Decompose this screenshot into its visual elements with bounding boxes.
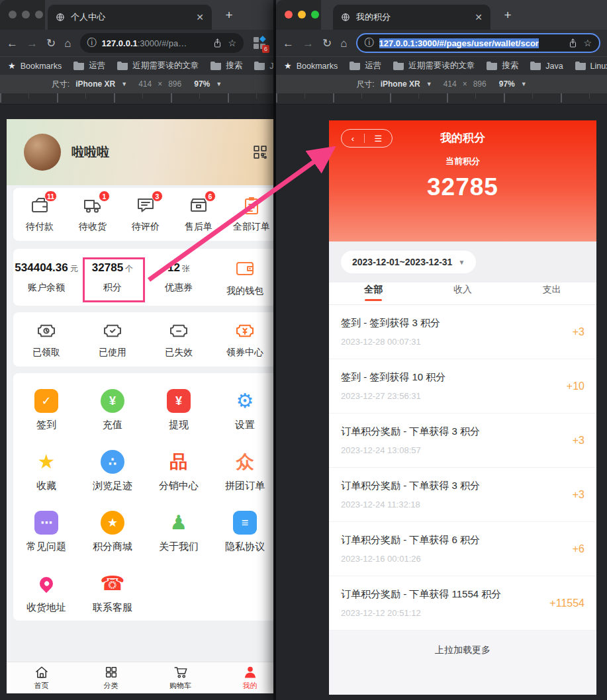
tab-我的[interactable]: 我的 [215, 662, 273, 693]
page-info-icon[interactable]: ⓘ [365, 37, 374, 49]
stat-2[interactable]: 12张优惠券 [146, 261, 212, 294]
bookmark-folder[interactable]: 运营 [73, 60, 105, 71]
feature-item[interactable]: ¥充值 [79, 389, 146, 450]
feature-item[interactable]: ⚙设置 [212, 389, 273, 450]
bookmark-folder[interactable]: Java [254, 62, 273, 71]
menu-icon[interactable]: ☰ [375, 134, 383, 144]
feature-item[interactable]: 收货地址 [13, 572, 79, 633]
home-button[interactable]: ⌂ [340, 38, 347, 49]
coupon-nav-2[interactable]: 已失效 [146, 321, 212, 359]
filter-tab[interactable]: 支出 [507, 283, 596, 304]
tab-close-icon[interactable]: ✕ [196, 12, 204, 22]
stat-3[interactable]: 我的钱包 [212, 258, 273, 297]
extension-badge: 6 [262, 45, 269, 53]
forward-button[interactable]: → [26, 38, 38, 49]
feature-item[interactable]: ★积分商城 [79, 511, 146, 572]
feature-item[interactable]: 品分销中心 [146, 450, 212, 511]
feature-item[interactable]: ≡隐私协议 [212, 511, 273, 572]
back-button[interactable]: ← [7, 38, 18, 49]
url-text[interactable]: 127.0.0.1:3000/#/pa… [102, 38, 208, 48]
reload-button[interactable]: ↻ [46, 38, 56, 49]
nav-capsule[interactable]: ‹ ☰ [341, 129, 393, 148]
order-nav-0[interactable]: 11待付款 [13, 196, 66, 233]
viewport-height[interactable]: 896 [168, 79, 181, 89]
bookmark-folder[interactable]: 近期需要读的文章 [393, 60, 475, 71]
transaction-row[interactable]: 订单积分奖励 - 下单获得 3 积分2023-12-24 11:32:18+3 [329, 468, 596, 522]
bookmark-star-icon[interactable]: ☆ [228, 38, 236, 48]
features-grid-card: ✓签到¥充值¥提现⚙设置★收藏∴浏览足迹品分销中心众拼团订单⋯常见问题★积分商城… [13, 373, 273, 621]
feature-item[interactable]: ☎联系客服 [79, 572, 146, 633]
close-window-button[interactable] [285, 11, 293, 19]
minimize-window-button[interactable] [298, 11, 306, 19]
home-button[interactable]: ⌂ [64, 38, 71, 49]
coupon-nav-0[interactable]: 已领取 [13, 321, 79, 359]
device-select[interactable]: iPhone XR [381, 79, 420, 89]
back-button[interactable]: ← [283, 38, 294, 49]
date-range-picker[interactable]: 2023-12-01~2023-12-31 ▼ [341, 251, 476, 273]
bookmark-folder[interactable]: 搜索 [487, 60, 518, 71]
feature-item[interactable]: ¥提现 [146, 389, 212, 450]
coupon-nav-3[interactable]: 领券中心 [212, 321, 273, 359]
traffic-lights[interactable] [9, 11, 43, 19]
zoom-select[interactable]: 97% [499, 79, 515, 89]
order-nav-1[interactable]: 1待收货 [66, 196, 119, 233]
url-text[interactable]: 127.0.0.1:3000/#/pages/user/wallet/scor [379, 38, 563, 48]
order-nav-3[interactable]: 6售后单 [172, 196, 225, 233]
minimize-window-button[interactable] [22, 11, 30, 19]
feature-item[interactable]: ✓签到 [13, 389, 79, 450]
share-icon[interactable] [568, 38, 578, 48]
bookmark-folder[interactable]: 近期需要读的文章 [117, 60, 199, 71]
transaction-row[interactable]: 签到 - 签到获得 10 积分2023-12-27 23:56:31+10 [329, 359, 596, 414]
bookmark-folder[interactable]: 运营 [350, 60, 381, 71]
page-info-icon[interactable]: ⓘ [87, 37, 97, 49]
extension-button[interactable]: 6 [252, 36, 267, 50]
browser-tab[interactable]: 我的积分 ✕ [333, 5, 490, 30]
traffic-lights[interactable] [285, 11, 319, 19]
tab-close-icon[interactable]: ✕ [475, 12, 483, 22]
tab-分类[interactable]: 分类 [76, 662, 146, 693]
transaction-time: 2023-12-16 00:01:26 [341, 554, 584, 564]
zoom-select[interactable]: 97% [194, 79, 210, 89]
address-bar[interactable]: ⓘ 127.0.0.1:3000/#/pa… ☆ [80, 33, 244, 53]
bookmark-root[interactable]: ★Bookmarks [8, 61, 62, 71]
viewport-width[interactable]: 414 [138, 79, 152, 89]
close-window-button[interactable] [9, 11, 17, 19]
zoom-window-button[interactable] [311, 11, 319, 19]
tab-首页[interactable]: 首页 [7, 662, 76, 693]
feature-item[interactable]: ⋯常见问题 [13, 511, 79, 572]
feature-item[interactable]: 众拼团订单 [212, 450, 273, 511]
bookmark-folder[interactable]: Linux [575, 62, 607, 71]
feature-item[interactable]: ♟关于我们 [146, 511, 212, 572]
zoom-window-button[interactable] [35, 11, 43, 19]
qr-code-icon[interactable] [253, 145, 267, 159]
transaction-row[interactable]: 订单积分奖励 - 下单获得 3 积分2023-12-24 13:08:57+3 [329, 414, 596, 468]
order-nav-4[interactable]: 全部订单 [225, 196, 273, 233]
forward-button[interactable]: → [303, 38, 314, 49]
bookmark-folder[interactable]: Java [530, 62, 563, 71]
transaction-row[interactable]: 订单积分奖励 - 下单获得 6 积分2023-12-16 00:01:26+6 [329, 522, 596, 576]
device-select[interactable]: iPhone XR [75, 79, 115, 89]
coupon-nav-1[interactable]: 已使用 [79, 321, 146, 359]
filter-tab[interactable]: 全部 [329, 283, 418, 304]
avatar[interactable] [24, 134, 61, 171]
feature-item[interactable]: ★收藏 [13, 450, 79, 511]
transaction-row[interactable]: 签到 - 签到获得 3 积分2023-12-28 00:07:31+3 [329, 305, 596, 359]
browser-tab[interactable]: 个人中心 ✕ [48, 5, 212, 30]
back-chevron-icon[interactable]: ‹ [351, 134, 354, 144]
stat-0[interactable]: 534404.36元账户余额 [13, 261, 79, 294]
filter-tab[interactable]: 收入 [418, 283, 508, 304]
bookmark-star-icon[interactable]: ☆ [583, 38, 592, 48]
feature-item[interactable]: ∴浏览足迹 [79, 450, 146, 511]
address-bar[interactable]: ⓘ 127.0.0.1:3000/#/pages/user/wallet/sco… [356, 33, 600, 53]
viewport-width[interactable]: 414 [444, 79, 457, 89]
order-nav-2[interactable]: 3待评价 [119, 196, 172, 233]
viewport-height[interactable]: 896 [473, 79, 487, 89]
new-tab-button[interactable]: + [500, 7, 516, 23]
reload-button[interactable]: ↻ [322, 38, 332, 49]
new-tab-button[interactable]: + [221, 7, 237, 23]
transaction-row[interactable]: 订单积分奖励 - 下单获得 11554 积分2023-12-12 20:51:1… [329, 576, 596, 631]
tab-购物车[interactable]: 购物车 [146, 662, 215, 693]
bookmark-folder[interactable]: 搜索 [210, 60, 242, 71]
bookmark-root[interactable]: ★Bookmarks [284, 61, 338, 71]
share-icon[interactable] [212, 38, 222, 48]
